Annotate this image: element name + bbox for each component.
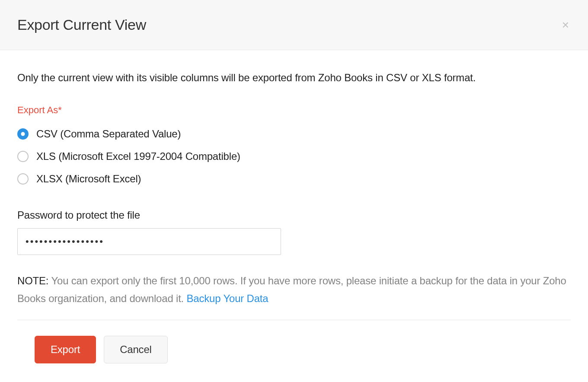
- radio-option-xls[interactable]: XLS (Microsoft Excel 1997-2004 Compatibl…: [17, 150, 571, 162]
- export-format-radio-group: CSV (Comma Separated Value) XLS (Microso…: [17, 128, 571, 185]
- export-button[interactable]: Export: [35, 336, 96, 363]
- radio-indicator: [17, 173, 29, 185]
- note-block: NOTE: You can export only the first 10,0…: [17, 272, 571, 320]
- radio-option-xlsx[interactable]: XLSX (Microsoft Excel): [17, 173, 571, 185]
- modal-body: Only the current view with its visible c…: [0, 50, 588, 372]
- close-icon[interactable]: ×: [560, 17, 571, 33]
- password-label: Password to protect the file: [17, 209, 571, 221]
- note-text: You can export only the first 10,000 row…: [17, 275, 566, 304]
- note-prefix: NOTE:: [17, 275, 48, 286]
- radio-indicator: [17, 128, 29, 140]
- radio-label: XLSX (Microsoft Excel): [36, 173, 141, 185]
- radio-label: XLS (Microsoft Excel 1997-2004 Compatibl…: [36, 150, 240, 162]
- password-input[interactable]: [17, 228, 281, 255]
- radio-option-csv[interactable]: CSV (Comma Separated Value): [17, 128, 571, 140]
- radio-indicator: [17, 151, 29, 162]
- modal-header: Export Current View ×: [0, 0, 588, 50]
- modal-title: Export Current View: [17, 16, 146, 33]
- radio-label: CSV (Comma Separated Value): [36, 128, 181, 140]
- cancel-button[interactable]: Cancel: [104, 336, 168, 363]
- export-as-label: Export As*: [17, 105, 571, 116]
- button-row: Export Cancel: [17, 336, 571, 363]
- backup-data-link[interactable]: Backup Your Data: [187, 293, 268, 304]
- modal-description: Only the current view with its visible c…: [17, 72, 571, 84]
